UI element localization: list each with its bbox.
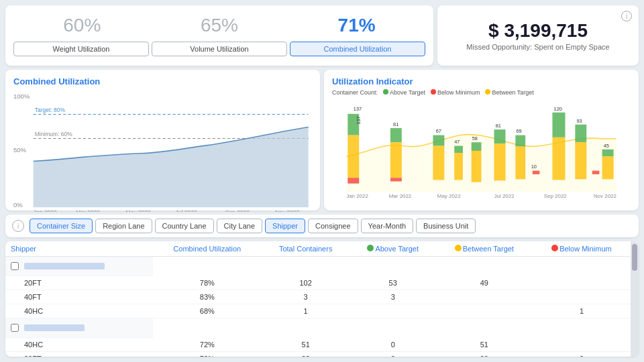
svg-text:Sep 2022: Sep 2022 <box>544 193 568 199</box>
svg-text:137: 137 <box>356 116 362 124</box>
weight-util-button[interactable]: Weight Utilization <box>13 42 149 56</box>
table-row: 20FT 78% 102 53 49 <box>5 276 631 290</box>
col-total-containers: Total Containers <box>262 241 350 257</box>
group-row-2 <box>5 318 631 339</box>
row-container-40ft-1: 40FT <box>5 290 153 304</box>
filter-container-size[interactable]: Container Size <box>30 219 93 233</box>
table-wrap[interactable]: Shipper Combined Utilization Total Conta… <box>5 241 631 357</box>
svg-text:137: 137 <box>354 106 362 112</box>
scrollbar[interactable] <box>631 241 639 357</box>
col-between-target: Between Target <box>436 241 533 257</box>
row-above-40ft-1: 3 <box>350 290 436 304</box>
filter-info-icon[interactable]: i <box>12 220 24 232</box>
row-util-20ft-2: 72% <box>153 352 262 357</box>
svg-text:69: 69 <box>516 128 521 134</box>
svg-text:0%: 0% <box>13 201 23 208</box>
weight-pct: 60% <box>63 15 101 36</box>
legend-below: Below Minimum <box>431 89 480 96</box>
missed-amount: $ 3,199,715 <box>488 20 588 42</box>
table-outer: Shipper Combined Utilization Total Conta… <box>5 241 639 357</box>
row-util-40hc-1: 68% <box>153 304 262 318</box>
group1-checkbox[interactable] <box>11 262 19 270</box>
svg-rect-47 <box>602 156 614 179</box>
filter-consignee[interactable]: Consignee <box>308 219 358 233</box>
svg-rect-23 <box>433 146 444 180</box>
svg-text:10: 10 <box>531 164 537 170</box>
group2-checkbox[interactable] <box>11 324 19 332</box>
svg-rect-29 <box>472 151 482 182</box>
row-total-40ft-1: 3 <box>262 290 350 304</box>
info-icon[interactable]: i <box>621 11 632 21</box>
indicator-chart-card: Utilization Indicator Container Count: A… <box>324 70 639 210</box>
middle-row: Combined Utilization 100% 50% 0% Target:… <box>5 70 639 210</box>
row-above-20ft-1: 53 <box>350 276 436 290</box>
util-buttons: Weight Utilization Volume Utilization Co… <box>13 42 425 56</box>
group1-bar <box>24 263 105 269</box>
missed-opportunity-card: i $ 3,199,715 Missed Opportunity: Spent … <box>437 5 639 66</box>
combined-chart-area: 100% 50% 0% Target: 80% Minimum: 60% Jan… <box>13 89 312 212</box>
row-between-20ft-2: 28 <box>436 352 533 357</box>
svg-text:Mar 2022: Mar 2022 <box>76 209 100 212</box>
col-above-target: Above Target <box>350 241 436 257</box>
svg-text:93: 93 <box>576 118 582 124</box>
group2-bar <box>24 324 85 331</box>
combined-chart-svg: 100% 50% 0% Target: 80% Minimum: 60% Jan… <box>13 89 312 212</box>
row-util-40hc-2: 72% <box>153 338 262 352</box>
row-util-20ft-1: 78% <box>153 276 262 290</box>
col-below-minimum: Below Minimum <box>533 241 631 257</box>
svg-rect-26 <box>454 153 463 180</box>
svg-text:81: 81 <box>393 121 398 127</box>
filter-business-unit[interactable]: Business Unit <box>416 219 476 233</box>
filter-region-lane[interactable]: Region Lane <box>95 219 152 233</box>
row-total-20ft-2: 33 <box>262 352 350 357</box>
svg-rect-20 <box>390 178 402 181</box>
svg-text:120: 120 <box>554 106 562 112</box>
row-between-40ft-1 <box>436 290 533 304</box>
svg-text:Jul 2022: Jul 2022 <box>176 209 197 212</box>
svg-rect-42 <box>575 125 586 142</box>
row-total-20ft-1: 102 <box>262 276 350 290</box>
svg-rect-46 <box>602 149 614 157</box>
svg-rect-14 <box>347 135 359 178</box>
svg-text:May 2022: May 2022 <box>437 193 461 199</box>
svg-text:81: 81 <box>496 123 501 129</box>
row-total-40hc-1: 1 <box>262 304 350 318</box>
legend-container-count: Container Count: <box>332 89 378 96</box>
svg-rect-15 <box>347 178 359 183</box>
svg-text:Nov 2022: Nov 2022 <box>594 193 617 199</box>
svg-text:Jul 2022: Jul 2022 <box>494 193 515 199</box>
below-minimum-dot <box>551 245 558 251</box>
svg-text:100%: 100% <box>13 93 30 100</box>
svg-rect-32 <box>494 143 506 180</box>
combined-util-chart-card: Combined Utilization 100% 50% 0% Target:… <box>5 70 320 210</box>
filter-shipper[interactable]: Shipper <box>265 219 305 233</box>
missed-label: Missed Opportunity: Spent on Empty Space <box>466 43 609 51</box>
row-util-40ft-1: 83% <box>153 290 262 304</box>
table-row: 20FT 72% 33 2 28 2 <box>5 352 631 357</box>
filter-city-lane[interactable]: City Lane <box>217 219 262 233</box>
combined-pct: 71% <box>338 15 376 36</box>
row-container-40hc-2: 40HC <box>5 338 153 352</box>
between-target-dot <box>455 245 462 251</box>
volume-util-button[interactable]: Volume Utilization <box>152 42 287 56</box>
svg-rect-25 <box>454 146 463 154</box>
legend-between: Between Target <box>485 89 533 96</box>
svg-rect-19 <box>390 142 402 178</box>
row-between-40hc-2: 51 <box>436 338 533 352</box>
top-row: 60% 65% 71% Weight Utilization Volume Ut… <box>5 5 639 66</box>
svg-rect-35 <box>515 147 525 180</box>
row-between-20ft-1: 49 <box>436 276 533 290</box>
row-between-40hc-1 <box>436 304 533 318</box>
filter-country-lane[interactable]: Country Lane <box>155 219 214 233</box>
svg-rect-22 <box>433 135 444 146</box>
combined-util-button[interactable]: Combined Utilization <box>290 42 425 56</box>
legend-above: Above Target <box>383 89 425 96</box>
svg-text:Jan 2022: Jan 2022 <box>34 209 57 212</box>
filter-year-month[interactable]: Year-Month <box>361 219 413 233</box>
table-card: Shipper Combined Utilization Total Conta… <box>5 241 639 357</box>
row-total-40hc-2: 51 <box>262 338 350 352</box>
svg-text:50%: 50% <box>13 146 27 154</box>
svg-rect-31 <box>494 129 506 143</box>
row-container-20ft-1: 20FT <box>5 276 153 290</box>
col-combined-util: Combined Utilization <box>153 241 262 257</box>
